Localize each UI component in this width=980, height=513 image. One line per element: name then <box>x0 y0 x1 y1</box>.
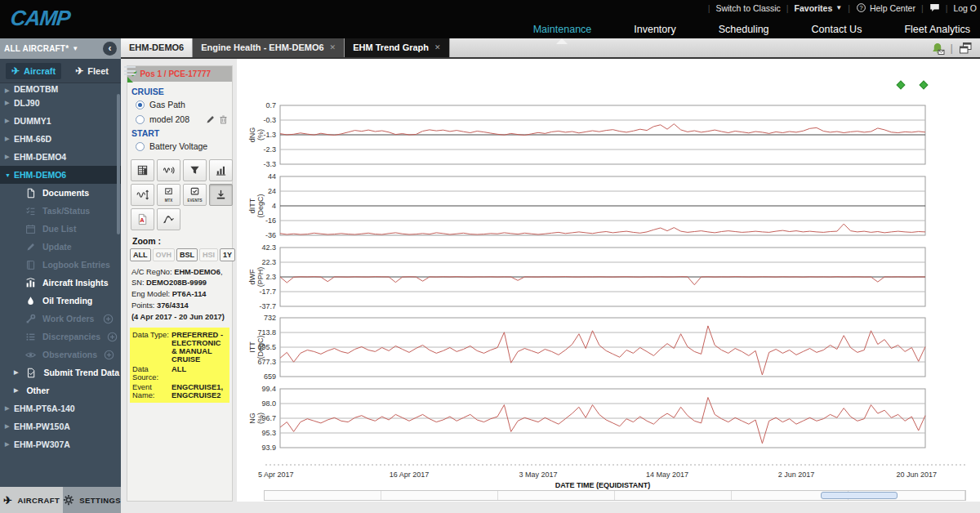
chart-horizontal-scrollbar[interactable] <box>264 490 966 501</box>
sidebar-item-label: Observations <box>42 350 97 359</box>
tool-button-label: EVENTS <box>187 199 202 203</box>
sidebar-item-dummy1[interactable]: ▶DUMMY1 <box>0 112 121 130</box>
sidebar-scrollbar[interactable] <box>117 94 120 234</box>
events-tool-button[interactable]: EVENTS <box>183 184 207 206</box>
sidebar-item-ehm-pt6a-140[interactable]: ▶EHM-PT6A-140 <box>0 399 121 417</box>
radio-label: Gas Path <box>149 100 185 109</box>
nav-fleet-analytics[interactable]: Fleet Analytics <box>904 24 970 35</box>
collapse-sidebar-button[interactable]: ‹ <box>103 42 117 56</box>
plus-circle-icon[interactable] <box>103 314 114 324</box>
filter-tool-button[interactable] <box>183 159 207 181</box>
aircraft-label: EHM-66D <box>14 134 51 144</box>
sidebar-tab-aircraft[interactable]: ✈Aircraft <box>6 63 61 79</box>
sidebar-tab-fleet[interactable]: ✈Fleet <box>69 63 114 79</box>
zoom-button-bsl[interactable]: BSL <box>176 248 198 261</box>
sidebar-item-other[interactable]: ▶Other <box>0 381 121 399</box>
separator: | <box>708 3 710 13</box>
sidebar-item-ehm-demo6[interactable]: ▼EHM-DEMO6 <box>0 166 121 184</box>
chevron-right-icon: ▶ <box>5 423 9 430</box>
radio-option-model-208[interactable]: model 208 <box>131 112 229 127</box>
plus-circle-icon[interactable] <box>104 350 114 360</box>
curve-tool-button[interactable] <box>157 208 180 230</box>
radio-option-battery-voltage[interactable]: Battery Voltage <box>131 139 229 154</box>
sidebar-tab-label: Fleet <box>87 66 109 76</box>
download-icon <box>215 189 227 201</box>
radio-option-gas-path[interactable]: Gas Path <box>131 97 229 112</box>
svg-text:A: A <box>140 216 145 224</box>
utility-label: Log O <box>953 3 977 13</box>
sidebar-item-demotbm[interactable]: ▶DEMOTBM <box>0 83 121 94</box>
events-icon <box>189 186 201 199</box>
edit-pencil-icon[interactable] <box>205 114 216 125</box>
engine-position-header[interactable]: ✔ Pos 1 / PCE-17777 <box>127 66 232 82</box>
sidebar-item-documents[interactable]: Documents <box>0 184 121 202</box>
scrollbar-thumb[interactable] <box>821 492 898 499</box>
tab-label: EHM-DEMO6 <box>129 42 184 52</box>
tab-engine-health-ehm-demo6[interactable]: Engine Health - EHM-DEMO6✕ <box>193 37 345 57</box>
utility-menu: |Switch to Classic|Favorites▼|?Help Cent… <box>708 2 977 13</box>
svg-text:93.9: 93.9 <box>261 444 276 452</box>
close-icon[interactable]: ✕ <box>330 43 336 51</box>
radio-button[interactable] <box>136 115 145 124</box>
nav-contact-us[interactable]: Contact Us <box>812 24 862 35</box>
utility-log-o[interactable]: Log O <box>953 3 977 13</box>
sidebar-item-ehm-66d[interactable]: ▶EHM-66D <box>0 130 121 148</box>
utility-switch-to-classic[interactable]: Switch to Classic <box>715 3 780 13</box>
svg-text:16 Apr 2017: 16 Apr 2017 <box>390 471 430 479</box>
download-tool-button[interactable] <box>209 184 233 206</box>
vibration-icon <box>163 164 175 176</box>
nav-maintenance[interactable]: Maintenance <box>533 24 592 35</box>
tab-ehm-demo6[interactable]: EHM-DEMO6 <box>121 37 193 57</box>
main-content: EHM-DEMO6Engine Health - EHM-DEMO6✕EHM T… <box>121 38 980 513</box>
radio-button[interactable] <box>136 100 145 109</box>
svg-text:-17.7: -17.7 <box>259 288 276 296</box>
chart-tool-button[interactable] <box>209 159 233 181</box>
zoom-button-1y[interactable]: 1Y <box>220 248 235 261</box>
hamburger-menu-icon[interactable] <box>122 65 137 77</box>
sidebar-item-label: Update <box>42 242 72 252</box>
delete-trash-icon[interactable] <box>218 114 229 125</box>
sidebar-item-oil-trending[interactable]: Oil Trending <box>0 292 121 310</box>
pdf-tool-button[interactable]: A <box>131 208 154 230</box>
report-tool-button[interactable] <box>131 159 154 181</box>
sidebar-bottom-tab-aircraft[interactable]: ✈AIRCRAFT <box>0 487 63 513</box>
mtx-tool-button[interactable]: MTX <box>157 184 180 206</box>
sidebar-item-dlj90[interactable]: ▶DLJ90 <box>0 94 121 112</box>
zoom-button-all[interactable]: ALL <box>130 248 151 261</box>
tab-label: Engine Health - EHM-DEMO6 <box>201 42 323 52</box>
sidebar-item-observations: Observations <box>0 346 121 364</box>
sidebar-item-submit-trend-data[interactable]: ▶Submit Trend Data <box>0 364 121 381</box>
svg-text:95.3: 95.3 <box>261 429 276 437</box>
sidebar-item-label: Work Orders <box>42 314 94 323</box>
tab-ehm-trend-graph[interactable]: EHM Trend Graph✕ <box>345 37 449 57</box>
svg-text:14 May 2017: 14 May 2017 <box>646 471 688 479</box>
radio-button[interactable] <box>136 142 145 151</box>
plus-circle-icon[interactable] <box>107 332 118 342</box>
wave-tool-button[interactable] <box>131 184 154 206</box>
top-navigation-bar: CAMP |Switch to Classic|Favorites▼|?Help… <box>0 0 980 38</box>
sidebar-item-ehm-pw615[interactable]: ▶EHM-PW615 <box>0 453 121 457</box>
close-icon[interactable]: ✕ <box>434 43 441 51</box>
aircraft-label: EHM-PT6A-140 <box>14 404 75 413</box>
alert-bell-icon[interactable] <box>931 42 945 55</box>
utility-chat[interactable] <box>929 2 940 13</box>
aircraft-filter-label: ALL AIRCRAFT* <box>4 44 69 53</box>
sidebar-item-ehm-pw150a[interactable]: ▶EHM-PW150A <box>0 417 121 435</box>
info-line: A/C RegNo: EHM-DEMO6, SN: DEMO208B-9999 <box>131 267 228 288</box>
list-icon <box>25 332 36 342</box>
tool-button-label: MTX <box>165 199 173 203</box>
sidebar-item-aircraft-insights[interactable]: Aircraft Insights <box>0 274 121 292</box>
aircraft-filter-header[interactable]: ALL AIRCRAFT* ▼ ‹ <box>0 38 121 59</box>
windows-layout-icon[interactable] <box>959 42 973 55</box>
nav-inventory[interactable]: Inventory <box>634 24 675 35</box>
document-tabbar: EHM-DEMO6Engine Health - EHM-DEMO6✕EHM T… <box>121 38 980 59</box>
primary-nav: MaintenanceInventorySchedulingContact Us… <box>533 24 970 35</box>
sidebar-item-ehm-pw307a[interactable]: ▶EHM-PW307A <box>0 435 121 453</box>
sidebar-bottom-tab-settings[interactable]: SETTINGS <box>63 487 121 513</box>
utility-help-center[interactable]: ?Help Center <box>856 2 915 13</box>
sidebar-item-ehm-demo4[interactable]: ▶EHM-DEMO4 <box>0 148 121 166</box>
utility-favorites[interactable]: Favorites▼ <box>795 3 843 13</box>
svg-text:dWF(PPH): dWF(PPH) <box>248 267 265 288</box>
nav-scheduling[interactable]: Scheduling <box>719 24 769 35</box>
vibration-tool-button[interactable] <box>157 159 180 181</box>
